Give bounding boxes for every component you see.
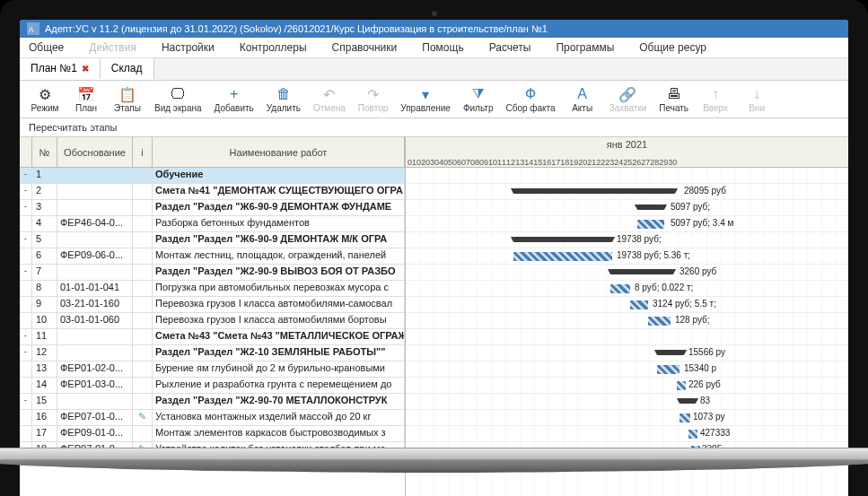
gantt-label: 3260 руб [679, 266, 716, 276]
gantt-row: 19738 руб; 5.36 т; [406, 248, 848, 265]
menu-настройки[interactable]: Настройки [162, 41, 215, 54]
titlebar: А Адепт:УС v 11.2 (лицензия до 31.01.202… [20, 20, 848, 38]
toolbtn-печать[interactable]: 🖶Печать [653, 83, 694, 115]
table-row[interactable]: -11Смета №43 "Смета №43 "МЕТАЛЛИЧЕСКОЕ О… [20, 329, 405, 345]
акты-icon: А [574, 85, 592, 103]
table-row[interactable]: 13ФЕР01-02-0...Бурение ям глубиной до 2 … [20, 361, 405, 378]
режим-icon: ⚙ [36, 85, 54, 103]
toolbtn-label: Вид экрана [154, 103, 202, 113]
table-row[interactable]: -15Раздел "Раздел "Ж2-90-70 МЕТАЛЛОКОНСТ… [20, 394, 405, 410]
gantt-bar[interactable] [513, 252, 612, 261]
table-row[interactable]: -7Раздел "Раздел "Ж2-90-9 ВЫВОЗ БОЯ ОТ Р… [20, 265, 405, 281]
gantt-bar[interactable] [610, 269, 673, 274]
close-icon[interactable]: ✖ [82, 64, 89, 74]
table-row[interactable]: 17ФЕР09-01-0...Монтаж элементов каркасов… [20, 426, 405, 442]
cell-i [133, 313, 153, 328]
cell-num: 10 [32, 313, 57, 328]
table-row[interactable]: 6ФЕР09-06-0...Монтаж лестниц, площадок, … [20, 248, 405, 265]
col-header-obs[interactable]: Обоснование [57, 137, 133, 167]
menu-общее[interactable]: Общее [29, 41, 64, 54]
toolbtn-план[interactable]: 📅План [66, 83, 106, 115]
col-header-num[interactable]: № [32, 137, 57, 167]
menu-расчеты[interactable]: Расчеты [489, 41, 531, 54]
cell-num: 6 [32, 248, 57, 264]
table-row[interactable]: 4ФЕР46-04-0...Разборка бетонных фундамен… [20, 216, 405, 232]
gantt-bar[interactable] [648, 317, 671, 326]
toolbtn-акты[interactable]: ААкты [563, 83, 602, 115]
toolbtn-повтор: ↷Повтор [353, 83, 393, 115]
gantt-bar[interactable] [610, 284, 630, 293]
gantt-bar[interactable] [688, 430, 697, 439]
expand-icon[interactable]: - [20, 232, 32, 248]
table-row[interactable]: -5Раздел "Раздел "Ж6-90-9 ДЕМОНТАЖ М/К О… [20, 232, 405, 248]
expand-icon[interactable]: - [20, 200, 32, 215]
table-row[interactable]: 14ФЕР01-03-0...Рыхление и разработка гру… [20, 378, 405, 394]
table-row[interactable]: 903-21-01-160Перевозка грузов I класса а… [20, 297, 405, 313]
gantt-label: 226 руб [688, 379, 721, 389]
cell-obs: ФЕР01-03-0... [57, 378, 133, 393]
cell-name: Монтаж элементов каркасов быстровозводим… [153, 426, 405, 441]
toolbtn-добавить[interactable]: +Добавить [209, 83, 259, 115]
gantt-row: 8 руб; 0.022 т; [406, 281, 848, 297]
gantt-bar[interactable] [679, 413, 690, 422]
table-row[interactable]: -1Обучение [20, 168, 405, 184]
добавить-icon: + [225, 85, 243, 103]
tab[interactable]: Склад [101, 58, 154, 80]
expand-icon[interactable]: - [20, 168, 32, 183]
table-row[interactable]: 16ФЕР07-01-0...✎Установка монтажных изде… [20, 410, 405, 426]
gantt-bar[interactable] [677, 381, 686, 390]
cell-name: Раздел "Раздел "Ж2-90-70 МЕТАЛЛОКОНСТРУК [153, 394, 405, 409]
gantt-bar[interactable] [657, 350, 684, 355]
menu-действия[interactable]: Действия [89, 41, 136, 54]
вни-icon: ↓ [748, 85, 766, 103]
expand-icon[interactable]: - [20, 329, 32, 344]
gantt-chart: янв 2021 0102030405060708091011121314151… [406, 137, 848, 496]
gantt-bar[interactable] [657, 365, 679, 374]
table-row[interactable]: 1003-01-01-060Перевозка грузов I класса … [20, 313, 405, 329]
table-row[interactable]: -3Раздел "Раздел "Ж6-90-9 ДЕМОНТАЖ ФУНДА… [20, 200, 405, 216]
expand-icon[interactable]: - [20, 345, 32, 361]
toolbtn-режим[interactable]: ⚙Режим [25, 83, 65, 115]
toolbtn-этапы[interactable]: 📋Этапы [108, 83, 147, 115]
expand-icon[interactable]: - [20, 265, 32, 280]
app-title: Адепт:УС v 11.2 (лицензия до 31.01.2022)… [45, 23, 548, 34]
toolbtn-label: Управление [400, 103, 451, 113]
menu-справочники[interactable]: Справочники [332, 41, 398, 54]
gantt-bar[interactable] [513, 188, 675, 194]
toolbtn-вид экрана[interactable]: 🖵Вид экрана [149, 83, 207, 115]
table-row[interactable]: -12Раздел "Раздел "Ж2-10 ЗЕМЛЯНЫЕ РАБОТЫ… [20, 345, 405, 361]
cell-num: 12 [32, 345, 57, 361]
expand-icon[interactable]: - [20, 184, 32, 199]
toolbtn-управление[interactable]: ▾Управление [395, 83, 456, 115]
menu-помощь[interactable]: Помощь [422, 41, 463, 54]
grid-header: № Обоснование i Наименование работ [20, 137, 405, 168]
gantt-bar[interactable] [679, 398, 696, 404]
gantt-bar[interactable] [637, 220, 664, 229]
cell-obs [57, 184, 133, 199]
menu-программы[interactable]: Программы [556, 41, 614, 54]
управление-icon: ▾ [416, 85, 434, 103]
gantt-bar[interactable] [637, 204, 664, 210]
tab[interactable]: План №1✖ [20, 58, 101, 80]
cell-num: 11 [32, 329, 57, 344]
table-row[interactable]: 801-01-01-041Погрузка при автомобильных … [20, 281, 405, 297]
gantt-bar[interactable] [630, 300, 648, 309]
col-header-name[interactable]: Наименование работ [153, 137, 405, 167]
сбор факта-icon: Ф [522, 85, 539, 103]
col-header-i[interactable]: i [133, 137, 153, 167]
cell-name: Смета №43 "Смета №43 "МЕТАЛЛИЧЕСКОЕ ОГРА… [153, 329, 405, 344]
expand-icon[interactable]: - [20, 394, 32, 409]
gantt-bar[interactable] [513, 237, 612, 242]
svg-text:А: А [29, 25, 34, 34]
toolbtn-фильтр[interactable]: ⧩Фильтр [458, 83, 499, 115]
cell-name: Перевозка грузов I класса автомобилями-с… [153, 297, 405, 312]
gantt-row: 226 руб [406, 378, 848, 394]
toolbtn-сбор факта[interactable]: ФСбор факта [500, 83, 560, 115]
toolbtn-удалить[interactable]: 🗑Удалить [261, 83, 306, 115]
menu-общие ресур[interactable]: Общие ресур [639, 41, 706, 54]
cell-num: 16 [32, 410, 57, 425]
gantt-row: 1073 ру [406, 410, 848, 426]
subbar[interactable]: Пересчитать этапы [20, 118, 848, 137]
table-row[interactable]: -2Смета №41 "ДЕМОНТАЖ СУЩЕСТВУЮЩЕГО ОГРА [20, 184, 405, 200]
menu-контроллеры[interactable]: Контроллеры [240, 41, 307, 54]
